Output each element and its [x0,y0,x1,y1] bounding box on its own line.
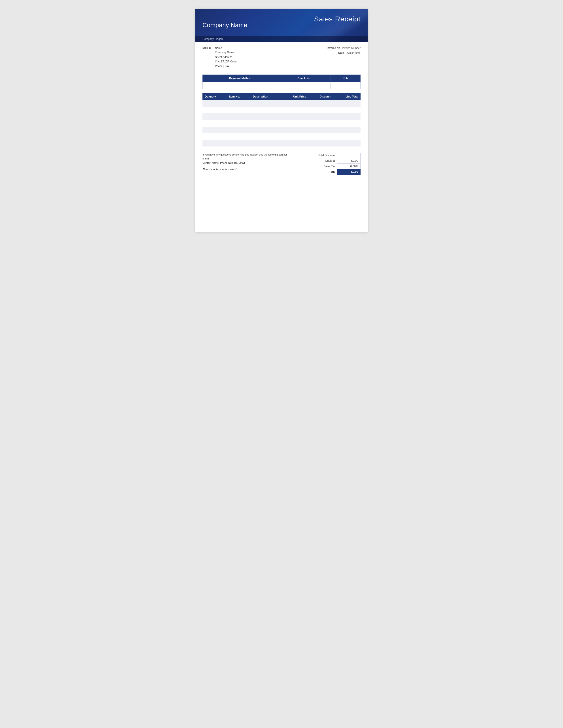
sold-to-company: Company Name [215,50,237,55]
sold-to-block: Sold to Name Company Name Street Address… [202,46,236,68]
table-cell [227,133,250,140]
table-cell [281,127,308,133]
table-cell [202,113,227,120]
table-cell [251,100,282,107]
table-cell [308,120,334,127]
table-cell [308,113,334,120]
table-cell [202,107,227,113]
table-row [202,100,361,107]
table-cell [308,100,334,107]
table-cell [334,127,361,133]
table-cell [281,113,308,120]
payment-method-header: Payment Method [203,75,278,82]
qty-header: Quantity [202,93,227,100]
sold-to-details: Name Company Name Street Address City, S… [215,46,237,68]
table-row [202,140,361,146]
invoice-date-value: Invoice Date [346,51,361,56]
invoice-no-label: Invoice No [327,46,340,51]
table-cell [227,127,250,133]
table-cell [227,120,250,127]
table-cell [334,107,361,113]
discount-row: Total Discount [312,153,361,158]
invoice-no-value: Invoice Number [342,46,361,51]
total-row: Total $0.00 [312,169,361,174]
table-cell [308,140,334,146]
table-cell [334,133,361,140]
payment-table: Payment Method Check No. Job [202,75,361,89]
sold-to-label: Sold to [202,46,211,68]
table-cell [202,140,227,146]
table-cell [227,107,250,113]
invoice-info: Invoice No Invoice Number Date Invoice D… [327,46,361,68]
tax-row: Sales Tax 0.00% [312,163,361,169]
discount-label: Total Discount [312,153,337,158]
table-cell [281,120,308,127]
table-cell [334,140,361,146]
table-cell [308,107,334,113]
table-cell [308,133,334,140]
payment-row [203,82,361,89]
table-row [202,133,361,140]
table-cell [251,140,282,146]
company-slogan: Company Slogan [202,38,223,41]
thank-you: Thank you for your business! [202,168,291,171]
company-name: Company Name [202,22,361,29]
job-cell [331,82,360,89]
sales-receipt-page: Sales Receipt Company Name Company Sloga… [195,9,368,232]
subtotal-label: Subtotal [312,158,337,163]
table-row [202,107,361,113]
check-no-header: Check No. [278,75,331,82]
info-section: Sold to Name Company Name Street Address… [195,42,368,71]
table-cell [251,113,282,120]
line-total-header: Line Total [334,93,361,100]
invoice-date-label: Date [338,51,344,56]
footer-notes: If you have any questions concerning thi… [202,153,291,171]
table-cell [251,127,282,133]
table-cell [202,120,227,127]
table-row [202,120,361,127]
sold-to-street: Street Address [215,55,237,59]
discount-value [337,153,361,158]
contact-note: If you have any questions concerning thi… [202,153,291,165]
description-header: Description [251,93,282,100]
table-cell [251,107,282,113]
item-no-header: Item No. [227,93,250,100]
unit-price-header: Unit Price [281,93,308,100]
table-cell [308,127,334,133]
check-no-cell [278,82,331,89]
table-cell [227,140,250,146]
sold-to-name: Name [215,46,237,50]
invoice-date-row: Date Invoice Date [327,51,361,56]
table-cell [334,100,361,107]
table-cell [227,100,250,107]
payment-method-cell [203,82,278,89]
subtotal-row: Subtotal $0.00 [312,158,361,163]
tax-value: 0.00% [337,163,361,169]
table-cell [334,120,361,127]
header-bottom-bar: Company Slogan [195,36,368,42]
table-cell [281,140,308,146]
items-header-row: Quantity Item No. Description Unit Price… [202,93,361,100]
total-value: $0.00 [337,169,361,174]
total-label: Total [312,169,337,174]
table-row [202,113,361,120]
items-table: Quantity Item No. Description Unit Price… [202,93,361,146]
table-cell [202,127,227,133]
totals-section: If you have any questions concerning thi… [195,149,368,175]
table-cell [202,133,227,140]
subtotal-value: $0.00 [337,158,361,163]
items-section: Quantity Item No. Description Unit Price… [202,93,361,146]
table-cell [251,133,282,140]
table-cell [334,113,361,120]
table-cell [281,100,308,107]
contact-details: Contact Name, Phone Number, Email [202,161,245,164]
sold-to-phone: Phone | Fax [215,64,237,68]
table-cell [281,107,308,113]
table-row [202,127,361,133]
table-cell [281,133,308,140]
invoice-no-row: Invoice No Invoice Number [327,46,361,51]
table-cell [251,120,282,127]
sold-to-city: City, ST, ZIP Code [215,59,237,64]
header: Sales Receipt Company Name Company Sloga… [195,9,368,42]
table-cell [227,113,250,120]
